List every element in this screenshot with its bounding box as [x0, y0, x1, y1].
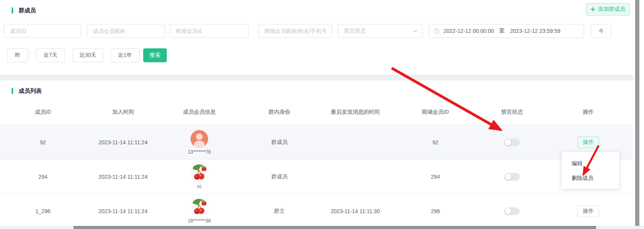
add-button-label: 添加群成员 [598, 6, 625, 13]
plus-icon [591, 7, 595, 12]
mall-member-id-input[interactable] [170, 24, 248, 38]
member-id-input[interactable] [4, 24, 81, 38]
member-info: 18*******38 [160, 199, 238, 224]
range-yesterday-button[interactable]: 昨 [7, 48, 28, 62]
filter-bar: 禁言状态 2022-12-12 00:00:00 至 2023-12-12 23… [4, 24, 611, 38]
member-list-panel: 成员列表 成员ID 加入时间 成员会员信息 群内身份 最后发送消息的时间 商城会… [0, 80, 633, 226]
date-separator: 至 [499, 27, 505, 34]
mute-toggle[interactable] [504, 138, 520, 146]
row-action-button[interactable]: 操作 [577, 137, 599, 148]
member-table: 成员ID 加入时间 成员会员信息 群内身份 最后发送消息的时间 商城会员ID 禁… [0, 99, 633, 226]
member-list-title: 成员列表 [12, 87, 633, 95]
search-button[interactable]: 搜索 [143, 48, 167, 62]
chevron-down-icon [413, 29, 418, 32]
member-nickname: cc [197, 184, 202, 189]
col-last-message-time: 最后发送消息的时间 [320, 109, 390, 116]
range-1year-button[interactable]: 近1年 [110, 48, 140, 62]
date-range-picker[interactable]: 2022-12-12 00:00:00 至 2023-12-12 23:59:5… [429, 24, 584, 38]
cell-mall-member-id: 294 [390, 174, 481, 180]
cell-member-id: 1_296 [0, 208, 86, 214]
col-member-id: 成员ID [0, 109, 86, 116]
member-nickname: 18*******38 [188, 218, 211, 224]
col-actions: 操作 [543, 109, 633, 116]
cell-mall-member-id: 296 [390, 208, 481, 214]
dropdown-delete-member-item[interactable]: 删除成员 [562, 171, 619, 185]
member-list-title-text: 成员列表 [19, 87, 42, 95]
cell-join-time: 2023-11-14 11:11:24 [86, 174, 160, 180]
title-accent-bar [12, 88, 13, 94]
col-member-info: 成员会员信息 [160, 109, 238, 116]
cherry-avatar-image [190, 164, 208, 182]
mall-member-search-input[interactable] [258, 24, 332, 38]
col-mall-member-id: 商城会员ID [390, 109, 481, 116]
clock-icon [434, 28, 440, 34]
date-start-value: 2022-12-12 00:00:00 [444, 28, 494, 34]
table-row: 1_296 2023-11-14 11:11:24 [0, 194, 633, 226]
cell-role: 群主 [238, 208, 320, 215]
horizontal-scrollbar[interactable] [0, 226, 644, 229]
vertical-scrollbar[interactable] [635, 0, 639, 226]
date-end-value: 2023-12-12 23:59:59 [510, 28, 560, 34]
cell-join-time: 2023-11-14 11:11:24 [86, 208, 160, 214]
action-dropdown-menu: 编辑 删除成员 [562, 152, 619, 189]
cell-mall-member-id: 92 [390, 139, 481, 145]
col-group-role: 群内身份 [238, 109, 320, 116]
member-nickname-input[interactable] [87, 24, 165, 38]
cherry-avatar-image [190, 199, 208, 217]
horizontal-scrollbar-thumb[interactable] [74, 226, 596, 229]
table-header-row: 成员ID 加入时间 成员会员信息 群内身份 最后发送消息的时间 商城会员ID 禁… [0, 99, 633, 125]
member-info: 13*******78 [160, 130, 238, 155]
section-divider [0, 75, 633, 80]
page-title: 群成员 [12, 6, 633, 15]
member-info: cc [160, 164, 238, 189]
cell-member-id: 92 [0, 139, 86, 145]
mute-status-placeholder: 禁言状态 [344, 27, 366, 34]
today-button[interactable]: 今 [591, 24, 611, 38]
mute-toggle[interactable] [504, 173, 520, 181]
cell-join-time: 2023-11-14 11:11:24 [86, 139, 160, 145]
row-action-button[interactable]: 操作 [577, 205, 599, 217]
group-member-panel: 群成员 添加群成员 禁言状态 2022-12-12 00:00:00 至 202… [0, 0, 633, 75]
col-mute-status: 禁言状态 [481, 109, 543, 116]
col-join-time: 加入时间 [86, 109, 160, 116]
page-title-text: 群成员 [19, 7, 36, 14]
quick-range-bar: 昨 近7天 近30天 近1年 搜索 [7, 48, 167, 62]
cell-role: 群成员 [238, 173, 320, 180]
table-row: 294 2023-11-14 11:11:24 [0, 160, 633, 194]
cell-role: 群成员 [238, 139, 320, 146]
cell-member-id: 294 [0, 174, 86, 180]
table-row: 92 2023-11-14 11:11:24 13*******78 群成员 9 [0, 125, 633, 160]
mute-status-select[interactable]: 禁言状态 [338, 24, 423, 38]
default-person-avatar [190, 130, 208, 148]
add-group-member-button[interactable]: 添加群成员 [586, 3, 630, 15]
range-30days-button[interactable]: 近30天 [72, 48, 103, 62]
cell-last-message-time: 2023-11-14 11:11:30 [320, 208, 390, 214]
dropdown-edit-item[interactable]: 编辑 [562, 156, 619, 171]
mute-toggle[interactable] [504, 207, 520, 215]
range-7days-button[interactable]: 近7天 [36, 48, 65, 62]
member-nickname: 13*******78 [188, 149, 211, 155]
title-accent-bar [12, 7, 13, 14]
